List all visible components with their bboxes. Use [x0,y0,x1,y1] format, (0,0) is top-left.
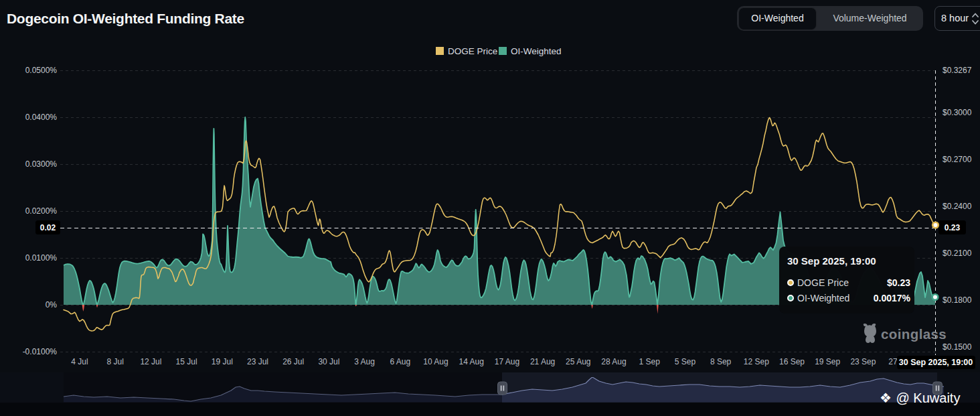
svg-text:0.0200%: 0.0200% [25,206,58,216]
svg-text:30 Sep 2025, 19:00: 30 Sep 2025, 19:00 [899,358,973,367]
svg-text:26 Jul: 26 Jul [282,357,304,366]
svg-text:0.02: 0.02 [40,223,56,232]
svg-text:$0.1800: $0.1800 [943,295,972,305]
svg-text:0%: 0% [46,300,58,309]
svg-text:19 Sep: 19 Sep [815,357,840,366]
svg-text:coinglass: coinglass [881,326,947,342]
svg-text:0.0100%: 0.0100% [25,253,58,263]
svg-text:25 Aug: 25 Aug [566,357,590,366]
svg-text:12 Jul: 12 Jul [140,357,161,366]
svg-text:0.0400%: 0.0400% [25,113,58,122]
svg-text:15 Jul: 15 Jul [176,357,197,366]
svg-text:1 Sep: 1 Sep [639,357,661,366]
svg-text:17 Aug: 17 Aug [495,357,519,366]
svg-text:4 Jul: 4 Jul [71,357,88,366]
svg-text:0.0300%: 0.0300% [25,159,58,169]
svg-text:$0.2100: $0.2100 [943,249,972,258]
svg-text:0.0500%: 0.0500% [25,66,58,75]
svg-text:14 Aug: 14 Aug [459,357,484,366]
svg-text:5 Sep: 5 Sep [675,357,696,366]
svg-text:$0.3267: $0.3267 [943,66,972,75]
svg-text:12 Sep: 12 Sep [744,357,769,366]
svg-text:$0.2400: $0.2400 [943,202,972,211]
svg-text:$0.2700: $0.2700 [943,155,972,164]
svg-text:16 Sep: 16 Sep [779,357,805,366]
svg-text:-0.0100%: -0.0100% [23,347,58,356]
svg-text:28 Aug: 28 Aug [601,357,626,366]
svg-text:6 Aug: 6 Aug [390,357,410,366]
svg-text:27: 27 [888,357,898,366]
svg-text:10 Aug: 10 Aug [423,357,448,366]
svg-text:21 Aug: 21 Aug [530,357,555,366]
svg-text:8 Jul: 8 Jul [107,357,124,366]
svg-text:23 Sep: 23 Sep [850,357,876,366]
svg-text:8 Sep: 8 Sep [710,357,732,366]
svg-text:$0.3000: $0.3000 [943,108,972,117]
svg-text:23 Jul: 23 Jul [247,357,268,366]
svg-text:19 Jul: 19 Jul [212,357,233,366]
svg-text:$0.1500: $0.1500 [943,342,972,352]
svg-text:3 Aug: 3 Aug [354,357,375,366]
svg-text:0.23: 0.23 [945,223,961,232]
svg-text:30 Jul: 30 Jul [318,357,339,366]
